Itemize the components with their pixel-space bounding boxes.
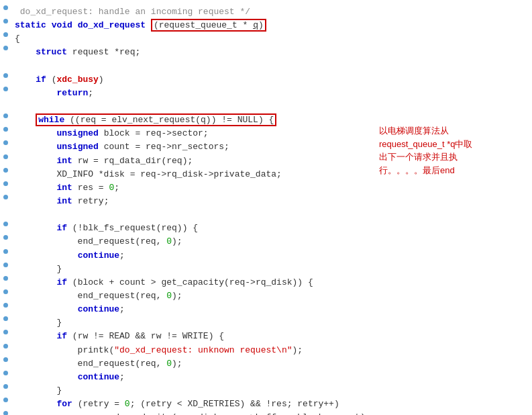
line-gutter <box>0 303 12 308</box>
code-text: (request_queue_t * <box>154 20 253 30</box>
line-gutter <box>0 73 12 78</box>
code-text: end_request(req, <box>15 291 166 301</box>
line-content: for (retry = 0; (retry < XD_RETRIES) && … <box>12 398 532 411</box>
code-text: end_request(req, <box>15 236 166 246</box>
code-text: ; <box>119 304 125 314</box>
code-text: request *req; <box>67 47 140 57</box>
annotation-line4: 行。。。。最后end <box>379 165 455 175</box>
code-text: ) <box>258 20 264 30</box>
gutter-dot <box>3 181 8 186</box>
code-text: } <box>15 318 62 328</box>
code-text: } <box>15 385 62 396</box>
line-content: end_request(req, 0); <box>12 357 532 371</box>
function-header-line: static void do_xd_request (request_queue… <box>0 19 532 32</box>
gutter-dot <box>3 46 8 50</box>
code-keyword: struct <box>36 47 67 57</box>
line-gutter <box>0 5 12 10</box>
line-content: static void do_xd_request (request_queue… <box>12 19 532 32</box>
code-text: do_xd_request: handle an incoming reques… <box>15 7 250 17</box>
gutter-dot <box>3 140 8 145</box>
while-highlight: while ((req = elv_next_request(q)) != NU… <box>36 113 276 126</box>
code-text: (rw != READ && rw != WRITE) { <box>67 331 224 341</box>
gutter-dot <box>3 235 8 240</box>
code-text: } <box>15 264 62 274</box>
line-content <box>12 208 532 222</box>
code-text <box>15 88 56 98</box>
gutter-dot <box>3 168 8 173</box>
gutter-dot <box>3 316 8 321</box>
code-text: retry; <box>72 196 109 206</box>
code-keyword: int <box>56 183 72 193</box>
code-block: do_xd_request: handle an incoming reques… <box>0 0 532 415</box>
annotation-line3: 出下一个请求并且执 <box>379 152 458 162</box>
code-keyword: return <box>56 88 88 98</box>
code-text: end_request(req, <box>15 359 166 369</box>
code-line: } <box>0 316 532 330</box>
line-gutter <box>0 168 12 173</box>
line-gutter <box>0 154 12 159</box>
code-text: { <box>15 34 20 44</box>
code-text: ; <box>119 250 125 261</box>
code-text <box>15 196 56 206</box>
code-text <box>15 331 56 341</box>
code-line: res = xd_readwrite(rw, disk, req->buffer… <box>0 411 532 415</box>
line-content: continue; <box>12 249 532 263</box>
line-gutter <box>0 398 12 402</box>
line-content <box>12 100 532 113</box>
code-text <box>15 47 36 57</box>
code-keyword: for <box>56 399 72 409</box>
code-line: int res = 0; <box>0 181 532 195</box>
code-text: (retry = <box>72 399 125 409</box>
code-line: return; <box>0 87 532 100</box>
code-line: do_xd_request: handle an incoming reques… <box>0 5 532 19</box>
gutter-dot <box>3 289 8 294</box>
line-gutter <box>0 384 12 389</box>
code-text <box>146 20 151 30</box>
line-content: } <box>12 263 532 276</box>
annotation-line1: 以电梯调度算法从 <box>379 126 449 136</box>
line-gutter <box>0 19 12 24</box>
code-line <box>0 208 532 222</box>
code-text <box>15 304 78 314</box>
line-gutter <box>0 330 12 334</box>
line-gutter <box>0 87 12 91</box>
code-text: ; <box>88 88 93 98</box>
code-line: } <box>0 384 532 398</box>
code-text <box>15 277 56 287</box>
line-gutter <box>0 289 12 294</box>
line-content <box>12 60 532 73</box>
code-text: ); <box>172 236 182 246</box>
line-content: end_request(req, 0); <box>12 235 532 248</box>
line-content: } <box>12 384 532 398</box>
code-text: res = xd_readwrite(rw, disk, req->buffer… <box>15 412 371 415</box>
code-text <box>72 20 78 30</box>
code-text: ; <box>114 183 119 193</box>
code-keyword: continue <box>78 250 119 261</box>
line-content: if (block + count > get_capacity(req->rq… <box>12 276 532 289</box>
code-keyword: void <box>52 20 72 30</box>
gutter-dot <box>3 127 8 132</box>
code-line: end_request(req, 0); <box>0 357 532 371</box>
code-text <box>15 115 36 125</box>
code-text <box>15 75 36 85</box>
code-line: { <box>0 32 532 46</box>
code-text: 0 <box>166 359 172 369</box>
line-content: if (!blk_fs_request(req)) { <box>12 222 532 235</box>
line-gutter <box>0 316 12 321</box>
annotation-line2: request_queue_t *q中取 <box>379 139 472 149</box>
line-content: end_request(req, 0); <box>12 289 532 303</box>
code-keyword: unsigned <box>56 128 98 138</box>
line-gutter <box>0 344 12 349</box>
code-text <box>15 223 56 233</box>
line-content: } <box>12 316 532 330</box>
code-keyword: int <box>56 156 72 166</box>
gutter-dot <box>3 249 8 254</box>
code-text: ((req = elv_next_request(q)) != NULL) { <box>64 115 274 125</box>
code-keyword: continue <box>78 372 119 382</box>
line-gutter <box>0 276 12 281</box>
line-gutter <box>0 113 12 118</box>
code-line <box>0 60 532 73</box>
gutter-dot <box>3 411 8 415</box>
gutter-empty <box>3 100 8 105</box>
line-content: int res = 0; <box>12 181 532 195</box>
